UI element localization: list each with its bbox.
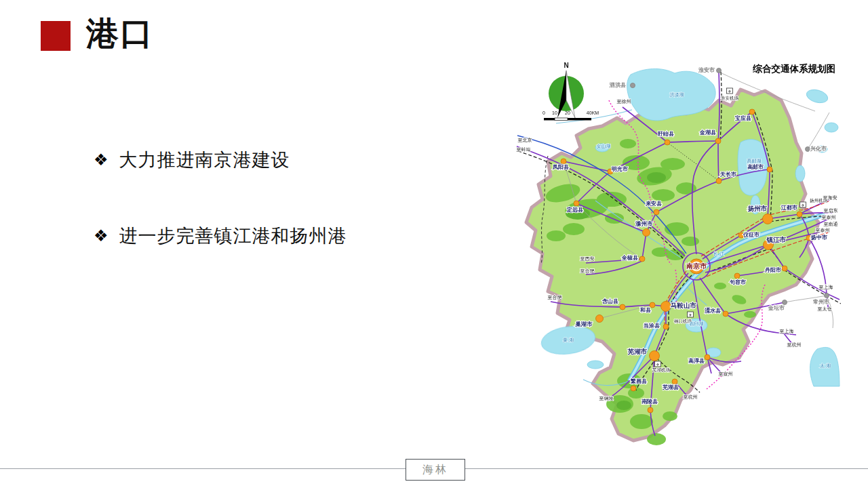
route-destination-label: 至杭州 (684, 394, 698, 400)
city-label: 高淳县 (688, 357, 705, 364)
city-node (620, 304, 625, 310)
city-label: 丹阳市 (764, 266, 781, 273)
city-label: 含山县 (601, 298, 618, 304)
city-label: 仪征市 (743, 231, 760, 238)
scale-bar: 0 10 20 40KM (542, 110, 599, 121)
city-node (648, 407, 653, 413)
city-label: 天长市 (719, 171, 736, 178)
city-label: 全椒县 (621, 255, 638, 261)
city-label: 巢湖市 (574, 321, 593, 327)
city-label: 金坛市 (768, 304, 785, 311)
city-label: 凤阳县 (552, 164, 569, 170)
airport-plane-icon: ✈ (801, 203, 804, 207)
city-label: 滁州市 (635, 220, 653, 227)
lake-label: 太 湖 (820, 363, 831, 368)
route-destination-label: 至合肥 (548, 295, 563, 300)
city-node (783, 300, 787, 305)
city-node (749, 109, 755, 115)
city-label: 繁昌县 (630, 378, 647, 384)
scale-label: 10 (552, 110, 557, 115)
lake-label: 石臼湖 (690, 321, 704, 327)
airport-plane-icon: ✈ (728, 89, 731, 94)
route-destination-label: 至西安 (580, 256, 595, 262)
compass-north-label: N (564, 62, 568, 69)
city-node (767, 167, 772, 172)
city-node (825, 293, 829, 298)
city-node (782, 266, 787, 271)
city-label: 马鞍山市 (670, 302, 697, 309)
city-node (665, 140, 670, 145)
city-node (639, 256, 645, 262)
city-node (596, 315, 604, 323)
route-destination-label: 至合肥 (580, 268, 595, 274)
city-node (797, 211, 802, 217)
bullet-diamond-icon: ❖ (94, 152, 108, 168)
bullet-diamond-icon: ❖ (94, 228, 108, 244)
city-node (717, 68, 722, 73)
city-node (672, 379, 677, 384)
city-label: 来安县 (646, 200, 662, 207)
city-node (561, 159, 566, 164)
route-destination-label: 至启东 (824, 208, 838, 214)
city-label: 明光市 (612, 165, 628, 172)
city-node (631, 386, 636, 391)
city-node (715, 138, 721, 144)
route-destination-label: 至泰州 (822, 215, 836, 220)
city-node (631, 83, 635, 88)
route-destination-label: 至北京 (518, 138, 532, 143)
title-accent-square (41, 21, 71, 51)
city-label: 和县 (639, 307, 651, 313)
city-node (643, 229, 650, 237)
city-label: 南京市 (686, 262, 707, 270)
lake-label: 巢 湖 (563, 338, 574, 342)
city-label: 盱眙县 (658, 131, 674, 137)
route-destination-label: 至泰州 (816, 228, 830, 233)
route-destination-label: 至徐州 (617, 99, 631, 104)
city-label: 泗洪县 (609, 82, 626, 88)
city-label: 镇江市 (766, 236, 787, 243)
route-destination-label: 至铜陵 (599, 396, 614, 401)
bullet-item: ❖ 大力推进南京港建设 (94, 148, 290, 172)
city-label: 扬中市 (810, 234, 827, 241)
presentation-slide: 港口 ❖ 大力推进南京港建设 ❖ 进一步完善镇江港和扬州港 (0, 0, 868, 488)
city-label: 芜湖县 (662, 384, 679, 390)
city-label: 兴化市 (810, 145, 827, 152)
footer-box: 海林 (406, 459, 465, 481)
scale-label: 20 (565, 110, 570, 115)
route-destination-label: 至杭州 (787, 342, 802, 348)
route-destination-label: 至宣州 (719, 371, 733, 376)
city-label: 句容市 (729, 279, 746, 285)
lake-label: 长 江 (713, 251, 724, 257)
city-label: 宝应县 (735, 115, 751, 121)
route-destination-label: 至海安 (823, 195, 837, 201)
bullet-text: 进一步完善镇江港和扬州港 (119, 224, 347, 248)
city-label: 当涂县 (644, 323, 660, 329)
scale-label: 40KM (587, 110, 599, 115)
city-node (763, 214, 773, 224)
city-node (716, 178, 722, 184)
bullet-text: 大力推进南京港建设 (119, 148, 290, 172)
airport-plane-icon: ✈ (688, 313, 692, 317)
route-destination-label: 至蚌埠 (517, 147, 531, 152)
city-node (806, 147, 810, 152)
lake-label: 高邮湖 (747, 159, 762, 164)
footer-label: 海林 (422, 463, 448, 477)
transport-planning-map: N 0 10 20 40KM 综合交通体系规划图 南京市扬州市镇江市马鞍山市芜湖… (515, 61, 841, 451)
map-graphic: N 0 10 20 40KM 综合交通体系规划图 南京市扬州市镇江市马鞍山市芜湖… (515, 61, 841, 451)
city-node (723, 311, 728, 317)
lake-label: 洪泽湖 (670, 92, 684, 98)
city-label: 淮安市 (698, 66, 715, 73)
city-label: 溧水县 (705, 307, 721, 314)
city-node (705, 354, 710, 360)
route-destination-label: 至上海 (780, 329, 794, 334)
route-destination-label: 至上海 (819, 285, 833, 290)
city-node (663, 324, 669, 329)
route-destination-label: 至太仓 (818, 306, 832, 311)
route-destination-label: 至南通 (824, 221, 838, 226)
airport-label: 芜湖机场 (652, 367, 670, 373)
map-title: 综合交通体系规划图 (753, 63, 836, 74)
city-node (650, 351, 660, 361)
lake-label: 女山湖 (597, 144, 611, 148)
city-label: 南陵县 (642, 399, 658, 405)
city-node (574, 201, 579, 206)
